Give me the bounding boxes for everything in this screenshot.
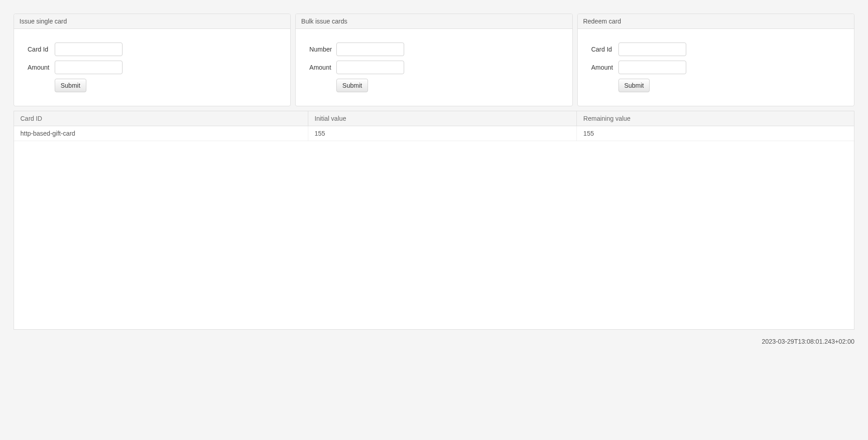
redeem-amount-group: Amount bbox=[591, 61, 840, 74]
bulk-issue-amount-label: Amount bbox=[309, 64, 336, 71]
redeem-button-row: Submit bbox=[618, 79, 840, 92]
issue-single-amount-input[interactable] bbox=[55, 61, 123, 74]
redeem-card-body: Card Id Amount Submit bbox=[578, 29, 854, 106]
table-cell-initial-value: 155 bbox=[308, 126, 577, 141]
bulk-issue-button-row: Submit bbox=[336, 79, 558, 92]
issue-single-card-title: Issue single card bbox=[14, 14, 290, 29]
issue-single-card-id-group: Card Id bbox=[28, 43, 277, 56]
table-header-row: Card ID Initial value Remaining value bbox=[14, 111, 854, 126]
table-header-initial-value: Initial value bbox=[308, 111, 577, 126]
table-cell-card-id: http-based-gift-card bbox=[14, 126, 308, 141]
bulk-issue-number-label: Number bbox=[309, 46, 336, 53]
redeem-submit-button[interactable]: Submit bbox=[618, 79, 650, 92]
issue-single-button-row: Submit bbox=[55, 79, 277, 92]
panels-row: Issue single card Card Id Amount Submit … bbox=[14, 14, 854, 106]
bulk-issue-cards-panel: Bulk issue cards Number Amount Submit bbox=[295, 14, 572, 106]
redeem-card-id-input[interactable] bbox=[618, 43, 686, 56]
issue-single-card-panel: Issue single card Card Id Amount Submit bbox=[14, 14, 291, 106]
issue-single-card-body: Card Id Amount Submit bbox=[14, 29, 290, 106]
bulk-issue-cards-title: Bulk issue cards bbox=[296, 14, 572, 29]
timestamp: 2023-03-29T13:08:01.243+02:00 bbox=[14, 338, 854, 345]
bulk-issue-number-input[interactable] bbox=[336, 43, 404, 56]
redeem-amount-label: Amount bbox=[591, 64, 618, 71]
table-header-remaining-value: Remaining value bbox=[577, 111, 854, 126]
redeem-card-id-label: Card Id bbox=[591, 46, 618, 53]
redeem-card-title: Redeem card bbox=[578, 14, 854, 29]
issue-single-submit-button[interactable]: Submit bbox=[55, 79, 86, 92]
bulk-issue-submit-button[interactable]: Submit bbox=[336, 79, 368, 92]
bulk-issue-amount-input[interactable] bbox=[336, 61, 404, 74]
bulk-issue-number-group: Number bbox=[309, 43, 558, 56]
issue-single-amount-label: Amount bbox=[28, 64, 55, 71]
table-row: http-based-gift-card 155 155 bbox=[14, 126, 854, 141]
bulk-issue-cards-body: Number Amount Submit bbox=[296, 29, 572, 106]
cards-table: Card ID Initial value Remaining value ht… bbox=[14, 111, 854, 141]
redeem-card-panel: Redeem card Card Id Amount Submit bbox=[577, 14, 854, 106]
issue-single-card-id-label: Card Id bbox=[28, 46, 55, 53]
bulk-issue-amount-group: Amount bbox=[309, 61, 558, 74]
redeem-amount-input[interactable] bbox=[618, 61, 686, 74]
issue-single-card-id-input[interactable] bbox=[55, 43, 123, 56]
redeem-card-id-group: Card Id bbox=[591, 43, 840, 56]
cards-table-container: Card ID Initial value Remaining value ht… bbox=[14, 111, 854, 330]
table-cell-remaining-value: 155 bbox=[577, 126, 854, 141]
issue-single-amount-group: Amount bbox=[28, 61, 277, 74]
table-header-card-id: Card ID bbox=[14, 111, 308, 126]
